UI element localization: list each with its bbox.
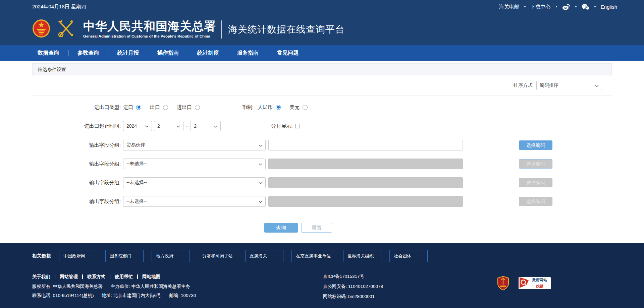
footer-link-box-direct-customs[interactable]: 直属海关: [245, 250, 283, 262]
org-title-block: 中华人民共和国海关总署 General Administration of Cu…: [83, 20, 216, 38]
nav-item-data-query[interactable]: 数据查询: [38, 50, 59, 57]
current-date: 2024年04月18日 星期四: [32, 4, 86, 10]
field-group-select[interactable]: --未选择--: [123, 159, 266, 169]
badge-gov-site-text: 政府网站: [532, 278, 547, 283]
field-group-select[interactable]: 贸易伙伴: [123, 140, 266, 150]
radio-import[interactable]: [136, 105, 141, 110]
period-range-separator: --: [185, 123, 189, 129]
nav-item-service-guide[interactable]: 服务指南: [237, 50, 259, 57]
download-center-link[interactable]: 下载中心: [531, 4, 551, 10]
currency-option-usd[interactable]: 美元: [289, 104, 308, 111]
field-group-row: 输出字段分组: --未选择-- 选择编码: [0, 159, 644, 169]
platform-title: 海关统计数据在线查询平台: [228, 23, 345, 36]
action-button-row: 查询 重置: [0, 223, 644, 233]
footer-menu-help[interactable]: 使用帮忙: [115, 274, 133, 280]
site-identifier-code: 网站标识码: bm28000001: [323, 294, 383, 300]
org-title-en: General Administration of Customs of the…: [83, 34, 216, 38]
field-group-row: 输出字段分组: 贸易伙伴 选择编码: [0, 140, 644, 150]
monthly-display-checkbox[interactable]: [295, 124, 300, 128]
related-links-band: 相关链接 中国政府网 国务院部门 地方政府 分署和司局子站 直属海关 在京直属事…: [0, 243, 644, 269]
national-emblem-logo: [32, 19, 50, 40]
start-month-select[interactable]: 2: [154, 121, 183, 131]
sort-row: 排序方式: 编码排序: [32, 75, 612, 96]
footer-link-box-state-council[interactable]: 国务院部门: [105, 250, 144, 262]
footer-menu-separator: [137, 274, 138, 279]
trade-type-option-import[interactable]: 进口: [123, 104, 141, 111]
footer-menu-about[interactable]: 关于我们: [32, 274, 50, 280]
currency-option-rmb[interactable]: 人民币: [258, 104, 281, 111]
chevron-down-icon: [145, 123, 149, 129]
code-input[interactable]: [268, 140, 463, 150]
select-code-button[interactable]: 选择编码: [519, 140, 552, 150]
nav-item-statistics-system[interactable]: 统计制度: [197, 50, 219, 57]
footer-link-box-chinagov[interactable]: 中国政府网: [59, 250, 97, 262]
footer-menu-separator: [110, 274, 110, 279]
reset-button[interactable]: 重置: [301, 223, 332, 233]
field-group-select[interactable]: --未选择--: [123, 196, 266, 207]
header-divider: [221, 20, 222, 39]
chevron-down-icon: [176, 123, 180, 129]
field-group-row: 输出字段分组: --未选择-- 选择编码: [0, 177, 644, 188]
main-content: 筛选条件设置 排序方式: 编码排序 进出口类型: 进口 出口 进出口 币制:: [0, 63, 644, 233]
trade-type-option-export[interactable]: 出口: [150, 104, 168, 111]
dot-separator: [575, 6, 577, 7]
radio-export[interactable]: [163, 105, 168, 110]
field-group-row: 输出字段分组: --未选择-- 选择编码: [0, 196, 644, 207]
end-month-select[interactable]: 2: [191, 121, 221, 131]
dot-separator: [556, 6, 557, 7]
site-header: 中华人民共和国海关总署 General Administration of Cu…: [0, 13, 644, 45]
organizer-text: 主办单位: 中华人民共和国海关总署主办: [111, 284, 190, 290]
phone-text: 联系电话: 010-65194114(总机): [32, 293, 94, 299]
sort-label: 排序方式:: [514, 82, 534, 88]
customs-mail-link[interactable]: 海关电邮: [499, 4, 519, 10]
sort-select-value: 编码排序: [540, 82, 558, 88]
footer-menu: 关于我们 网站管理 联系方式 使用帮忙 网站地图: [32, 273, 204, 280]
select-code-button-disabled: 选择编码: [519, 197, 552, 206]
language-switch-link[interactable]: English: [601, 4, 617, 10]
nav-separator: [268, 50, 268, 56]
radio-usd[interactable]: [303, 105, 308, 110]
currency-label: 币制:: [242, 104, 254, 111]
radio-import-export[interactable]: [195, 105, 200, 110]
field-group-select[interactable]: --未选择--: [123, 177, 266, 188]
dot-separator: [524, 6, 526, 7]
footer-link-box-beijing-units[interactable]: 在京直属事业单位: [291, 250, 335, 262]
nav-separator: [148, 50, 148, 56]
monthly-display-label[interactable]: 分月展示:: [271, 123, 292, 129]
customs-shield-badge[interactable]: [497, 276, 509, 291]
related-links-label: 相关链接: [32, 253, 51, 259]
chevron-down-icon: [259, 161, 262, 167]
code-input-disabled: [268, 196, 463, 207]
gov-site-error-report-badge[interactable]: 政府网站 找错: [519, 277, 551, 289]
nav-item-operation-guide[interactable]: 操作指南: [157, 50, 179, 57]
weibo-icon[interactable]: [562, 4, 570, 10]
footer-contact-line: 联系电话: 010-65194114(总机) 地址: 北京市建国门内大街6号 邮…: [32, 293, 204, 299]
nav-separator: [188, 50, 188, 56]
select-code-button-disabled: 选择编码: [519, 159, 552, 169]
dot-separator: [594, 6, 596, 7]
trade-type-row: 进出口类型: 进口 出口 进出口 币制: 人民币 美元: [0, 102, 644, 113]
code-input-disabled: [268, 159, 463, 169]
footer-menu-site-management[interactable]: 网站管理: [60, 274, 78, 280]
footer-link-box-social-groups[interactable]: 社会团体: [389, 250, 428, 262]
year-select[interactable]: 2024: [123, 121, 152, 131]
footer-link-box-wco[interactable]: 世界海关组织: [343, 250, 381, 262]
trade-type-option-import-export[interactable]: 进出口: [177, 104, 200, 111]
footer-badges: 政府网站 找错: [497, 276, 551, 291]
footer-link-box-local-gov[interactable]: 地方政府: [152, 250, 190, 262]
main-nav: 数据查询 参数查询 统计月报 操作指南 统计制度 服务指南 常见问题: [0, 45, 644, 61]
footer-menu-contact[interactable]: 联系方式: [87, 274, 105, 280]
radio-rmb[interactable]: [276, 105, 281, 110]
wechat-icon[interactable]: [582, 4, 589, 10]
sort-select[interactable]: 编码排序: [536, 81, 602, 90]
nav-item-faq[interactable]: 常见问题: [277, 50, 299, 57]
customs-emblem-logo: [56, 18, 76, 41]
nav-item-monthly-report[interactable]: 统计月报: [117, 50, 139, 57]
icp-number: 京ICP备17015317号: [323, 273, 383, 280]
nav-item-param-query[interactable]: 参数查询: [77, 50, 99, 57]
footer-menu-sitemap[interactable]: 网站地图: [142, 274, 160, 280]
field-group-label: 输出字段分组:: [32, 142, 121, 148]
query-button[interactable]: 查询: [264, 223, 298, 233]
code-input-disabled: [268, 177, 463, 188]
footer-link-box-branch-sites[interactable]: 分署和司局子站: [198, 250, 237, 262]
